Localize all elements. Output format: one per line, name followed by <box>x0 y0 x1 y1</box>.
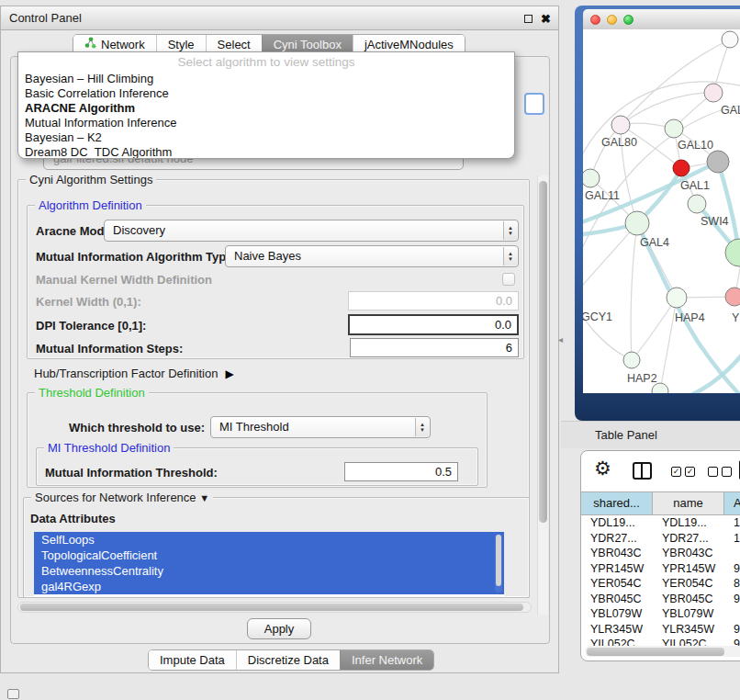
network-node-label: GCY1 <box>583 310 612 323</box>
table-cell: YBR045C <box>653 592 724 607</box>
tab-infer-network[interactable]: Infer Network <box>340 650 433 670</box>
attribute-item[interactable]: TopologicalCoefficient <box>34 548 504 563</box>
table-row[interactable]: YDR27...YDR27...12 <box>581 531 740 547</box>
mi-type-label: Mutual Information Algorithm Type: <box>36 250 237 264</box>
network-node-node-biggreen[interactable] <box>725 239 740 266</box>
network-node-GAL10[interactable] <box>665 119 683 138</box>
column-header[interactable]: shared... <box>581 492 653 514</box>
close-traffic-light-icon[interactable] <box>590 15 600 25</box>
hub-definition-label: Hub/Transcription Factor Definition <box>34 367 218 380</box>
tab-label: Infer Network <box>352 650 422 670</box>
network-node-GAL[interactable] <box>704 84 723 102</box>
which-threshold-label: Which threshold to use: <box>69 421 205 435</box>
algorithm-dropdown-list: Select algorithm to view settings Bayesi… <box>17 51 515 159</box>
which-threshold-combobox[interactable]: MI Threshold ▲▼ <box>210 416 431 438</box>
table-cell <box>724 546 740 561</box>
spinner-icon[interactable]: ▲▼ <box>415 418 429 436</box>
table-cell: 9. <box>724 622 740 638</box>
sources-legend-label: Sources for Network Inference <box>35 491 196 504</box>
manual-kernel-label: Manual Kernel Width Definition <box>36 273 212 287</box>
attribute-item[interactable]: BetweennessCentrality <box>34 563 504 579</box>
network-node-label: SWI4 <box>701 215 729 228</box>
expanded-arrow-icon: ▼ <box>199 492 209 503</box>
float-window-icon[interactable] <box>524 15 533 23</box>
select-all-icon[interactable]: ✓✓ <box>671 467 695 477</box>
table-cell: 12 <box>724 531 740 547</box>
tab-impute-data[interactable]: Impute Data <box>149 650 236 670</box>
attribute-item[interactable]: gal4RGexp <box>34 579 504 594</box>
settings-vertical-scrollbar[interactable] <box>537 175 548 615</box>
network-node-GAL11[interactable] <box>583 169 600 187</box>
tab-discretize-data[interactable]: Discretize Data <box>236 650 340 670</box>
kernel-width-input[interactable]: 0.0 <box>348 291 519 310</box>
table-row[interactable]: YDL19...YDL19...13 <box>581 515 740 531</box>
close-icon[interactable]: ✖ <box>541 13 551 25</box>
network-node-node-top[interactable] <box>722 31 738 48</box>
mi-type-combobox[interactable]: Naive Bayes ▲▼ <box>225 245 519 267</box>
list-scrollbar[interactable] <box>495 534 502 593</box>
network-node-GAL4[interactable] <box>625 211 649 235</box>
splitter-handle[interactable]: ◂ <box>558 334 563 344</box>
hub-definition-toggle[interactable]: Hub/Transcription Factor Definition▶ <box>34 367 234 380</box>
aracne-mode-value: Discovery <box>113 220 165 241</box>
table-cell: 8. <box>724 576 740 592</box>
network-node-HAP4[interactable] <box>667 288 687 308</box>
algorithm-option[interactable]: Dream8 DC_TDC Algorithm <box>18 145 514 159</box>
network-node-node-gray[interactable] <box>707 151 729 173</box>
algorithm-option[interactable]: ARACNE Algorithm <box>18 101 514 116</box>
algorithm-combobox-focused-edge[interactable] <box>524 93 544 115</box>
minimize-traffic-light-icon[interactable] <box>607 15 617 25</box>
manual-kernel-checkbox[interactable] <box>502 273 515 286</box>
split-columns-icon[interactable] <box>633 462 652 480</box>
network-node-Y[interactable] <box>725 288 740 306</box>
algorithm-option[interactable]: Bayesian – K2 <box>18 130 514 145</box>
column-header[interactable]: name <box>653 492 724 514</box>
table-horizontal-scrollbar[interactable] <box>585 646 740 657</box>
network-node-HAP2[interactable] <box>623 352 640 368</box>
table-row[interactable]: YBR043CYBR043C <box>581 546 740 561</box>
apply-button[interactable]: Apply <box>247 618 311 639</box>
network-node-SWI4[interactable] <box>688 195 706 213</box>
table-row[interactable]: YIL052CYIL052C9 <box>581 637 740 646</box>
mi-steps-input[interactable]: 6 <box>350 338 519 357</box>
table-row[interactable]: YER054CYER054C8. <box>581 576 740 592</box>
table-cell: YPR145W <box>581 561 653 577</box>
table-selector-combobox[interactable]: galFiltered.sif default node <box>43 158 464 171</box>
tab-label: Impute Data <box>160 650 225 670</box>
cyni-settings-legend: Cyni Algorithm Settings <box>26 173 156 186</box>
network-node-GAL1[interactable] <box>673 160 690 176</box>
table-row[interactable]: YPR145WYPR145W9. <box>581 561 740 577</box>
settings-horizontal-scrollbar[interactable] <box>17 602 532 613</box>
algorithm-option[interactable]: Mutual Information Inference <box>18 116 514 130</box>
dpi-tolerance-label: DPI Tolerance [0,1]: <box>36 319 146 333</box>
network-node-label: HAP2 <box>627 372 657 385</box>
sources-legend[interactable]: Sources for Network Inference ▼ <box>31 491 213 504</box>
algorithm-option[interactable]: Basic Correlation Inference <box>18 86 514 101</box>
table-row[interactable]: YLR345WYLR345W9. <box>581 622 740 638</box>
tab-label: Discretize Data <box>248 650 329 670</box>
spinner-icon[interactable]: ▲▼ <box>503 247 517 265</box>
aracne-mode-combobox[interactable]: Discovery ▲▼ <box>104 220 519 242</box>
network-node-label: GAL11 <box>585 189 620 202</box>
table-cell: YBR045C <box>581 592 653 607</box>
node-table: ⚙ ✓✓ shared...nameA YDL19...YDL19...13YD… <box>580 450 740 661</box>
table-row[interactable]: YBR045CYBR045C9. <box>581 592 740 607</box>
table-cell: YLR345W <box>653 622 724 638</box>
table-cell: YBL079W <box>653 606 724 622</box>
zoom-traffic-light-icon[interactable] <box>623 15 633 25</box>
attribute-item[interactable]: SelfLoops <box>34 532 504 548</box>
dpi-tolerance-input[interactable]: 0.0 <box>348 314 519 335</box>
network-canvas[interactable]: GALGAL80GAL10GAL1GAL11SWI4GAL4GCY1HAP4YH… <box>583 29 740 393</box>
spinner-icon[interactable]: ▲▼ <box>503 221 517 240</box>
column-header[interactable]: A <box>724 492 740 514</box>
dock-panel-icon[interactable] <box>7 689 19 699</box>
mi-threshold-input[interactable]: 0.5 <box>344 462 458 481</box>
collapsed-arrow-icon: ▶ <box>225 367 233 380</box>
mi-threshold-label: Mutual Information Threshold: <box>45 466 218 480</box>
deselect-all-icon[interactable] <box>708 467 732 477</box>
gear-icon[interactable]: ⚙ <box>594 457 611 480</box>
kernel-width-label: Kernel Width (0,1): <box>36 295 141 309</box>
network-node-GAL80[interactable] <box>611 116 630 134</box>
algorithm-option[interactable]: Bayesian – Hill Climbing <box>18 72 514 86</box>
table-row[interactable]: YBL079WYBL079W <box>581 606 740 622</box>
